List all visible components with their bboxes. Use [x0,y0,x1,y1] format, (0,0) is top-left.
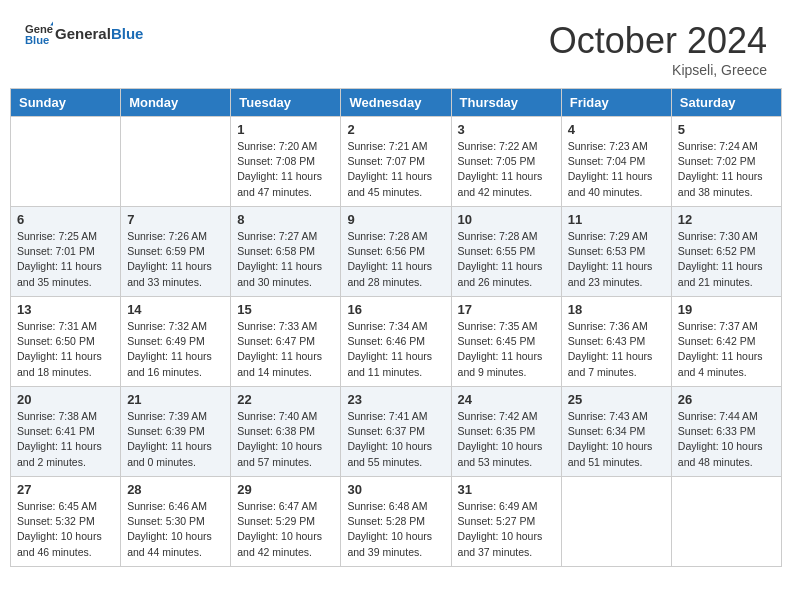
day-info: Sunrise: 6:46 AM Sunset: 5:30 PM Dayligh… [127,499,224,560]
title-block: October 2024 Kipseli, Greece [549,20,767,78]
calendar-week-4: 20Sunrise: 7:38 AM Sunset: 6:41 PM Dayli… [11,387,782,477]
calendar-cell: 13Sunrise: 7:31 AM Sunset: 6:50 PM Dayli… [11,297,121,387]
month-title: October 2024 [549,20,767,62]
day-number: 3 [458,122,555,137]
page-header: General Blue GeneralBlue October 2024 Ki… [10,10,782,83]
day-info: Sunrise: 6:48 AM Sunset: 5:28 PM Dayligh… [347,499,444,560]
calendar-cell: 27Sunrise: 6:45 AM Sunset: 5:32 PM Dayli… [11,477,121,567]
day-number: 7 [127,212,224,227]
logo: General Blue GeneralBlue [25,20,143,48]
day-info: Sunrise: 7:41 AM Sunset: 6:37 PM Dayligh… [347,409,444,470]
col-tuesday: Tuesday [231,89,341,117]
day-number: 31 [458,482,555,497]
day-number: 30 [347,482,444,497]
day-info: Sunrise: 7:33 AM Sunset: 6:47 PM Dayligh… [237,319,334,380]
calendar-cell: 22Sunrise: 7:40 AM Sunset: 6:38 PM Dayli… [231,387,341,477]
calendar-cell: 14Sunrise: 7:32 AM Sunset: 6:49 PM Dayli… [121,297,231,387]
day-info: Sunrise: 7:34 AM Sunset: 6:46 PM Dayligh… [347,319,444,380]
calendar-cell: 7Sunrise: 7:26 AM Sunset: 6:59 PM Daylig… [121,207,231,297]
calendar-cell [561,477,671,567]
calendar-cell: 29Sunrise: 6:47 AM Sunset: 5:29 PM Dayli… [231,477,341,567]
svg-text:Blue: Blue [25,34,49,46]
day-number: 20 [17,392,114,407]
day-number: 2 [347,122,444,137]
calendar-cell: 15Sunrise: 7:33 AM Sunset: 6:47 PM Dayli… [231,297,341,387]
calendar-cell: 8Sunrise: 7:27 AM Sunset: 6:58 PM Daylig… [231,207,341,297]
calendar-cell: 30Sunrise: 6:48 AM Sunset: 5:28 PM Dayli… [341,477,451,567]
day-info: Sunrise: 7:32 AM Sunset: 6:49 PM Dayligh… [127,319,224,380]
day-number: 19 [678,302,775,317]
day-info: Sunrise: 7:40 AM Sunset: 6:38 PM Dayligh… [237,409,334,470]
day-number: 1 [237,122,334,137]
day-info: Sunrise: 7:24 AM Sunset: 7:02 PM Dayligh… [678,139,775,200]
col-saturday: Saturday [671,89,781,117]
day-info: Sunrise: 7:42 AM Sunset: 6:35 PM Dayligh… [458,409,555,470]
col-thursday: Thursday [451,89,561,117]
day-info: Sunrise: 6:49 AM Sunset: 5:27 PM Dayligh… [458,499,555,560]
calendar-cell: 11Sunrise: 7:29 AM Sunset: 6:53 PM Dayli… [561,207,671,297]
calendar-cell: 26Sunrise: 7:44 AM Sunset: 6:33 PM Dayli… [671,387,781,477]
logo-general: General [55,25,111,42]
day-number: 15 [237,302,334,317]
day-info: Sunrise: 7:29 AM Sunset: 6:53 PM Dayligh… [568,229,665,290]
calendar-cell [671,477,781,567]
day-info: Sunrise: 7:38 AM Sunset: 6:41 PM Dayligh… [17,409,114,470]
day-info: Sunrise: 7:43 AM Sunset: 6:34 PM Dayligh… [568,409,665,470]
day-info: Sunrise: 7:28 AM Sunset: 6:55 PM Dayligh… [458,229,555,290]
day-number: 4 [568,122,665,137]
day-number: 27 [17,482,114,497]
day-number: 17 [458,302,555,317]
day-number: 16 [347,302,444,317]
col-friday: Friday [561,89,671,117]
calendar-cell: 2Sunrise: 7:21 AM Sunset: 7:07 PM Daylig… [341,117,451,207]
calendar-cell [11,117,121,207]
day-number: 6 [17,212,114,227]
calendar-cell: 19Sunrise: 7:37 AM Sunset: 6:42 PM Dayli… [671,297,781,387]
day-info: Sunrise: 7:30 AM Sunset: 6:52 PM Dayligh… [678,229,775,290]
day-number: 5 [678,122,775,137]
calendar-cell: 18Sunrise: 7:36 AM Sunset: 6:43 PM Dayli… [561,297,671,387]
calendar-cell: 20Sunrise: 7:38 AM Sunset: 6:41 PM Dayli… [11,387,121,477]
calendar-cell: 31Sunrise: 6:49 AM Sunset: 5:27 PM Dayli… [451,477,561,567]
day-number: 29 [237,482,334,497]
day-number: 18 [568,302,665,317]
day-info: Sunrise: 7:20 AM Sunset: 7:08 PM Dayligh… [237,139,334,200]
day-info: Sunrise: 7:23 AM Sunset: 7:04 PM Dayligh… [568,139,665,200]
day-info: Sunrise: 7:44 AM Sunset: 6:33 PM Dayligh… [678,409,775,470]
calendar-cell: 4Sunrise: 7:23 AM Sunset: 7:04 PM Daylig… [561,117,671,207]
day-info: Sunrise: 7:22 AM Sunset: 7:05 PM Dayligh… [458,139,555,200]
day-number: 26 [678,392,775,407]
calendar-cell: 10Sunrise: 7:28 AM Sunset: 6:55 PM Dayli… [451,207,561,297]
logo-blue: Blue [111,25,144,42]
day-number: 21 [127,392,224,407]
calendar-cell: 3Sunrise: 7:22 AM Sunset: 7:05 PM Daylig… [451,117,561,207]
svg-text:General: General [25,23,53,35]
calendar-cell: 16Sunrise: 7:34 AM Sunset: 6:46 PM Dayli… [341,297,451,387]
day-number: 10 [458,212,555,227]
day-info: Sunrise: 6:47 AM Sunset: 5:29 PM Dayligh… [237,499,334,560]
day-number: 25 [568,392,665,407]
calendar-cell: 9Sunrise: 7:28 AM Sunset: 6:56 PM Daylig… [341,207,451,297]
day-info: Sunrise: 7:26 AM Sunset: 6:59 PM Dayligh… [127,229,224,290]
day-number: 22 [237,392,334,407]
day-number: 11 [568,212,665,227]
calendar-cell: 1Sunrise: 7:20 AM Sunset: 7:08 PM Daylig… [231,117,341,207]
calendar-table: Sunday Monday Tuesday Wednesday Thursday… [10,88,782,567]
calendar-cell: 5Sunrise: 7:24 AM Sunset: 7:02 PM Daylig… [671,117,781,207]
calendar-cell: 24Sunrise: 7:42 AM Sunset: 6:35 PM Dayli… [451,387,561,477]
calendar-week-3: 13Sunrise: 7:31 AM Sunset: 6:50 PM Dayli… [11,297,782,387]
day-info: Sunrise: 7:25 AM Sunset: 7:01 PM Dayligh… [17,229,114,290]
calendar-week-2: 6Sunrise: 7:25 AM Sunset: 7:01 PM Daylig… [11,207,782,297]
calendar-header-row: Sunday Monday Tuesday Wednesday Thursday… [11,89,782,117]
calendar-cell: 23Sunrise: 7:41 AM Sunset: 6:37 PM Dayli… [341,387,451,477]
day-number: 28 [127,482,224,497]
day-info: Sunrise: 7:27 AM Sunset: 6:58 PM Dayligh… [237,229,334,290]
calendar-cell: 6Sunrise: 7:25 AM Sunset: 7:01 PM Daylig… [11,207,121,297]
day-info: Sunrise: 7:21 AM Sunset: 7:07 PM Dayligh… [347,139,444,200]
calendar-week-5: 27Sunrise: 6:45 AM Sunset: 5:32 PM Dayli… [11,477,782,567]
calendar-week-1: 1Sunrise: 7:20 AM Sunset: 7:08 PM Daylig… [11,117,782,207]
calendar-cell [121,117,231,207]
day-info: Sunrise: 7:39 AM Sunset: 6:39 PM Dayligh… [127,409,224,470]
location: Kipseli, Greece [549,62,767,78]
day-info: Sunrise: 7:35 AM Sunset: 6:45 PM Dayligh… [458,319,555,380]
